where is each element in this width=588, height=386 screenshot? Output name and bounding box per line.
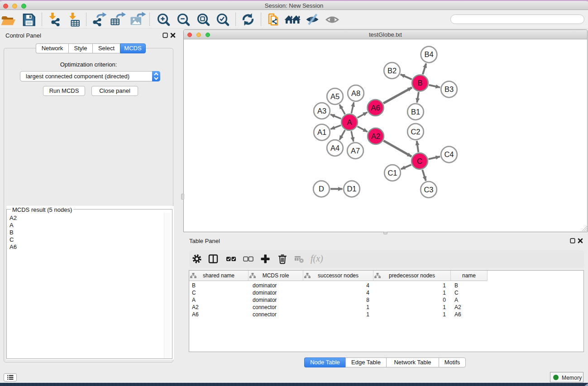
- svg-text:C2: C2: [411, 128, 420, 136]
- svg-text:C1: C1: [387, 169, 397, 177]
- svg-text:A4: A4: [330, 144, 339, 152]
- svg-text:A: A: [347, 118, 352, 126]
- svg-text:B: B: [417, 79, 422, 87]
- svg-text:B3: B3: [445, 85, 454, 93]
- svg-text:A6: A6: [371, 104, 380, 112]
- svg-text:A3: A3: [317, 107, 326, 115]
- svg-text:A2: A2: [371, 132, 380, 140]
- svg-text:C3: C3: [424, 186, 433, 194]
- svg-text:C4: C4: [444, 150, 454, 158]
- svg-text:A5: A5: [330, 92, 339, 100]
- svg-text:A7: A7: [351, 147, 360, 155]
- svg-text:D1: D1: [347, 185, 356, 193]
- svg-text:A1: A1: [317, 128, 326, 136]
- svg-text:A8: A8: [351, 89, 360, 97]
- svg-text:B4: B4: [424, 50, 433, 58]
- svg-text:D: D: [319, 185, 324, 193]
- svg-text:B2: B2: [387, 67, 397, 75]
- svg-text:C: C: [417, 157, 422, 165]
- svg-text:B1: B1: [411, 108, 420, 116]
